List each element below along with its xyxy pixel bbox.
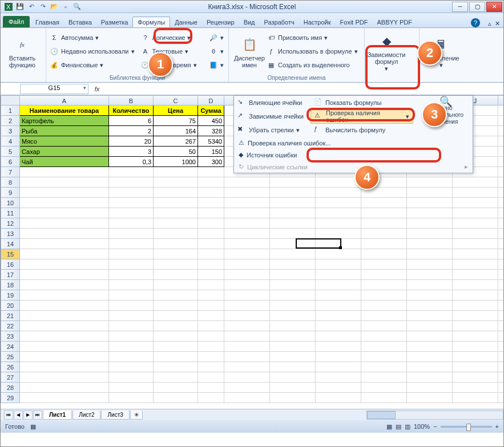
cell[interactable] bbox=[498, 167, 503, 177]
undo-icon[interactable]: ↶ bbox=[27, 2, 36, 11]
cell[interactable] bbox=[316, 280, 361, 290]
cell[interactable]: Наименование товара bbox=[20, 105, 109, 116]
error-source-item[interactable]: ◆Источник ошибки bbox=[234, 149, 473, 161]
cell[interactable] bbox=[270, 198, 316, 208]
cell[interactable]: 1000 bbox=[154, 157, 198, 167]
cell[interactable] bbox=[20, 393, 109, 403]
row-header[interactable]: 7 bbox=[1, 167, 20, 177]
open-icon[interactable]: 📂 bbox=[50, 2, 59, 11]
row-header[interactable]: 20 bbox=[1, 300, 20, 311]
cell[interactable] bbox=[198, 239, 224, 249]
cell[interactable] bbox=[154, 331, 198, 342]
cell[interactable]: Количество bbox=[109, 105, 154, 116]
cell[interactable] bbox=[20, 229, 109, 239]
cell[interactable] bbox=[407, 270, 453, 280]
cell[interactable] bbox=[498, 136, 503, 147]
cell[interactable] bbox=[198, 280, 224, 290]
cell[interactable] bbox=[361, 321, 407, 331]
cell[interactable] bbox=[361, 311, 407, 321]
cell[interactable] bbox=[316, 331, 361, 342]
cell[interactable] bbox=[453, 259, 498, 270]
zoom-slider[interactable] bbox=[441, 426, 492, 428]
cell[interactable] bbox=[316, 383, 361, 393]
cell[interactable]: 20 bbox=[109, 136, 154, 147]
cell[interactable] bbox=[361, 331, 407, 342]
error-check-item[interactable]: ⚠Проверка наличия ошибок... bbox=[234, 137, 473, 149]
cell[interactable] bbox=[407, 218, 453, 229]
cell[interactable] bbox=[20, 383, 109, 393]
row-header[interactable]: 22 bbox=[1, 321, 20, 331]
cell[interactable] bbox=[109, 372, 154, 383]
cell[interactable] bbox=[224, 239, 270, 249]
maximize-button[interactable]: ▢ bbox=[469, 2, 485, 12]
cell[interactable] bbox=[224, 249, 270, 259]
tab-formulas[interactable]: Формулы bbox=[132, 17, 170, 27]
cell[interactable] bbox=[20, 198, 109, 208]
macro-icon[interactable]: ▦ bbox=[30, 423, 36, 430]
cell[interactable] bbox=[498, 157, 503, 167]
cell[interactable] bbox=[154, 239, 198, 249]
cell[interactable] bbox=[361, 372, 407, 383]
cell[interactable] bbox=[270, 218, 316, 229]
row-header[interactable]: 13 bbox=[1, 229, 20, 239]
cell[interactable] bbox=[224, 280, 270, 290]
cell[interactable] bbox=[154, 362, 198, 372]
row-header[interactable]: 26 bbox=[1, 362, 20, 372]
cell[interactable] bbox=[270, 383, 316, 393]
cell[interactable] bbox=[453, 352, 498, 362]
cell[interactable] bbox=[453, 270, 498, 280]
cell[interactable] bbox=[109, 188, 154, 198]
cell[interactable] bbox=[224, 362, 270, 372]
cell[interactable]: 328 bbox=[198, 126, 224, 136]
more-button[interactable]: 📘▾ bbox=[209, 59, 225, 71]
zoom-out-button[interactable]: − bbox=[433, 423, 437, 430]
row-header[interactable]: 29 bbox=[1, 393, 20, 403]
cell[interactable] bbox=[316, 229, 361, 239]
cell[interactable] bbox=[198, 270, 224, 280]
fx-label[interactable]: fx bbox=[88, 86, 106, 92]
cell[interactable] bbox=[407, 229, 453, 239]
cell[interactable] bbox=[407, 208, 453, 218]
cell[interactable] bbox=[198, 229, 224, 239]
logical-button[interactable]: ?Логические ▾ bbox=[140, 31, 209, 44]
cell[interactable] bbox=[498, 177, 503, 188]
tab-abbyy[interactable]: ABBYY PDF bbox=[372, 17, 417, 27]
cell[interactable] bbox=[20, 259, 109, 270]
cell[interactable] bbox=[154, 177, 198, 188]
cell[interactable] bbox=[316, 372, 361, 383]
cell[interactable] bbox=[224, 270, 270, 280]
redo-icon[interactable]: ↷ bbox=[38, 2, 47, 11]
cell[interactable] bbox=[224, 393, 270, 403]
cell[interactable] bbox=[453, 321, 498, 331]
tab-developer[interactable]: Разработч bbox=[260, 17, 299, 27]
cell[interactable] bbox=[20, 218, 109, 229]
cell[interactable] bbox=[154, 393, 198, 403]
cell[interactable] bbox=[154, 321, 198, 331]
cell[interactable] bbox=[316, 218, 361, 229]
cell[interactable] bbox=[498, 290, 503, 300]
minimize-button[interactable]: ─ bbox=[452, 2, 468, 12]
cell[interactable] bbox=[109, 393, 154, 403]
cell[interactable] bbox=[109, 352, 154, 362]
cell[interactable] bbox=[109, 198, 154, 208]
horizontal-scrollbar[interactable] bbox=[366, 411, 503, 420]
tab-view[interactable]: Вид bbox=[239, 17, 260, 27]
cell[interactable]: Картофель bbox=[20, 116, 109, 126]
cell[interactable] bbox=[498, 198, 503, 208]
zoom-level[interactable]: 100% bbox=[414, 423, 430, 430]
cell[interactable]: Сумма bbox=[198, 105, 224, 116]
cell[interactable] bbox=[453, 229, 498, 239]
row-header[interactable]: 24 bbox=[1, 342, 20, 352]
cell[interactable] bbox=[198, 352, 224, 362]
cell[interactable] bbox=[270, 372, 316, 383]
select-all-corner[interactable] bbox=[1, 95, 20, 105]
cell[interactable] bbox=[154, 352, 198, 362]
name-box[interactable]: G15 bbox=[20, 84, 88, 94]
cell[interactable] bbox=[109, 280, 154, 290]
row-header[interactable]: 14 bbox=[1, 239, 20, 249]
tab-foxit[interactable]: Foxit PDF bbox=[336, 17, 373, 27]
cell[interactable] bbox=[316, 270, 361, 280]
cell[interactable] bbox=[224, 300, 270, 311]
cell[interactable] bbox=[109, 249, 154, 259]
tab-last-button[interactable]: ⏭ bbox=[33, 411, 42, 420]
